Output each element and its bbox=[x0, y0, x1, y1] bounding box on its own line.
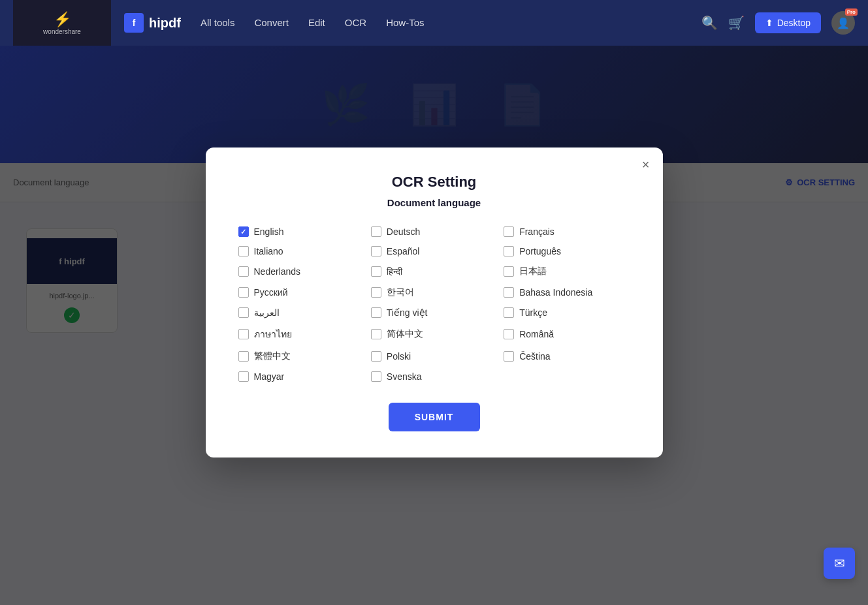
lang-checkbox-traditional-chinese[interactable] bbox=[238, 351, 249, 362]
lang-checkbox-vietnamese[interactable] bbox=[371, 307, 381, 318]
lang-checkbox-polish[interactable] bbox=[371, 351, 381, 362]
lang-checkbox-deutsch[interactable] bbox=[371, 226, 381, 237]
lang-item-nederlands[interactable]: Nederlands bbox=[238, 266, 364, 277]
lang-label-portugues: Português bbox=[519, 246, 561, 256]
lang-item-francais[interactable]: Français bbox=[504, 226, 630, 237]
lang-checkbox-italiano[interactable] bbox=[238, 246, 249, 256]
lang-checkbox-bahasa[interactable] bbox=[504, 287, 514, 298]
submit-button[interactable]: SUBMIT bbox=[389, 403, 480, 431]
lang-item-traditional-chinese[interactable]: 繁體中文 bbox=[238, 350, 364, 362]
lang-label-arabic: العربية bbox=[254, 307, 280, 318]
lang-item-magyar[interactable]: Magyar bbox=[238, 371, 364, 382]
lang-checkbox-turkish[interactable] bbox=[504, 307, 514, 318]
lang-item-korean[interactable]: 한국어 bbox=[371, 287, 497, 298]
lang-label-romanian: Română bbox=[519, 329, 554, 339]
lang-label-russian: Русский bbox=[254, 287, 288, 298]
lang-checkbox-czech[interactable] bbox=[504, 351, 514, 362]
lang-item-bahasa[interactable]: Bahasa Indonesia bbox=[504, 287, 630, 298]
lang-label-hindi: हिन्दी bbox=[387, 266, 402, 277]
lang-item-espanol[interactable]: Español bbox=[371, 246, 497, 256]
lang-label-swedish: Svenska bbox=[387, 371, 422, 382]
lang-label-nederlands: Nederlands bbox=[254, 266, 301, 277]
modal-wrapper: × OCR Setting Document language English … bbox=[0, 0, 868, 605]
lang-checkbox-english[interactable] bbox=[238, 226, 249, 237]
lang-checkbox-korean[interactable] bbox=[371, 287, 381, 298]
lang-checkbox-swedish[interactable] bbox=[371, 371, 381, 382]
lang-item-english[interactable]: English bbox=[238, 226, 364, 237]
lang-label-japanese: 日本語 bbox=[519, 266, 547, 277]
lang-item-russian[interactable]: Русский bbox=[238, 287, 364, 298]
lang-checkbox-arabic[interactable] bbox=[238, 307, 249, 318]
lang-label-english: English bbox=[254, 226, 284, 237]
lang-checkbox-thai[interactable] bbox=[238, 329, 249, 339]
lang-label-turkish: Türkçe bbox=[519, 307, 547, 318]
modal-subtitle: Document language bbox=[238, 197, 630, 208]
lang-label-polish: Polski bbox=[387, 351, 411, 362]
lang-label-magyar: Magyar bbox=[254, 371, 285, 382]
lang-checkbox-japanese[interactable] bbox=[504, 266, 514, 277]
lang-item-japanese[interactable]: 日本語 bbox=[504, 266, 630, 277]
lang-checkbox-francais[interactable] bbox=[504, 226, 514, 237]
lang-item-vietnamese[interactable]: Tiếng việt bbox=[371, 307, 497, 318]
lang-checkbox-hindi[interactable] bbox=[371, 266, 381, 277]
modal-close-button[interactable]: × bbox=[642, 158, 650, 171]
lang-item-arabic[interactable]: العربية bbox=[238, 307, 364, 318]
lang-grid-empty bbox=[504, 371, 630, 382]
ocr-setting-modal: × OCR Setting Document language English … bbox=[206, 147, 663, 458]
lang-label-deutsch: Deutsch bbox=[387, 226, 420, 237]
lang-item-italiano[interactable]: Italiano bbox=[238, 246, 364, 256]
lang-checkbox-magyar[interactable] bbox=[238, 371, 249, 382]
lang-item-thai[interactable]: ภาษาไทย bbox=[238, 327, 364, 341]
lang-checkbox-simplified-chinese[interactable] bbox=[371, 329, 381, 339]
lang-label-simplified-chinese: 简体中文 bbox=[387, 328, 423, 340]
lang-item-hindi[interactable]: हिन्दी bbox=[371, 266, 497, 277]
lang-item-deutsch[interactable]: Deutsch bbox=[371, 226, 497, 237]
lang-label-thai: ภาษาไทย bbox=[254, 327, 292, 341]
lang-label-espanol: Español bbox=[387, 246, 420, 256]
float-message-button[interactable]: ✉ bbox=[824, 548, 855, 579]
modal-title: OCR Setting bbox=[238, 174, 630, 191]
lang-item-czech[interactable]: Čeština bbox=[504, 350, 630, 362]
lang-item-polish[interactable]: Polski bbox=[371, 350, 497, 362]
lang-label-vietnamese: Tiếng việt bbox=[387, 307, 428, 318]
lang-label-francais: Français bbox=[519, 226, 555, 237]
lang-label-italiano: Italiano bbox=[254, 246, 283, 256]
lang-item-swedish[interactable]: Svenska bbox=[371, 371, 497, 382]
lang-item-romanian[interactable]: Română bbox=[504, 327, 630, 341]
lang-label-korean: 한국어 bbox=[387, 287, 414, 298]
lang-checkbox-russian[interactable] bbox=[238, 287, 249, 298]
lang-item-turkish[interactable]: Türkçe bbox=[504, 307, 630, 318]
lang-label-bahasa: Bahasa Indonesia bbox=[519, 287, 592, 298]
language-grid: English Deutsch Français Italiano Españo… bbox=[238, 226, 630, 382]
lang-checkbox-nederlands[interactable] bbox=[238, 266, 249, 277]
lang-checkbox-espanol[interactable] bbox=[371, 246, 381, 256]
lang-item-simplified-chinese[interactable]: 简体中文 bbox=[371, 327, 497, 341]
lang-item-portugues[interactable]: Português bbox=[504, 246, 630, 256]
lang-checkbox-portugues[interactable] bbox=[504, 246, 514, 256]
lang-label-czech: Čeština bbox=[519, 351, 550, 362]
lang-label-traditional-chinese: 繁體中文 bbox=[254, 350, 291, 362]
lang-checkbox-romanian[interactable] bbox=[504, 329, 514, 339]
